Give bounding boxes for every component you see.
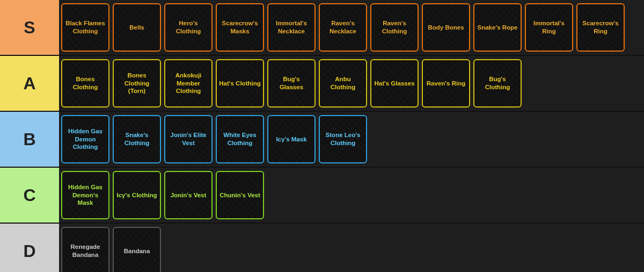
item-card[interactable]: Snake's Clothing bbox=[113, 115, 161, 163]
item-card[interactable]: Renegade Bandana bbox=[61, 227, 109, 272]
tier-items-d: Renegade BandanaBandana bbox=[59, 224, 644, 272]
item-card[interactable]: Hat's Glasses bbox=[370, 59, 419, 108]
item-card[interactable]: Bug's Glasses bbox=[267, 59, 316, 108]
item-card[interactable]: Stone Leo's Clothing bbox=[319, 115, 367, 163]
tier-row-d: DRenegade BandanaBandana bbox=[0, 224, 644, 272]
item-card[interactable]: Hidden Gas Demon Clothing bbox=[61, 115, 109, 163]
tier-row-s: SBlack Flames ClothingBellsHero's Clothi… bbox=[0, 0, 644, 56]
item-card[interactable]: Ankokuji Member Clothing bbox=[164, 59, 213, 108]
item-card[interactable]: Icy's Mask bbox=[267, 115, 316, 163]
tier-items-c: Hidden Gas Demon's MaskIcy's ClothingJon… bbox=[59, 168, 644, 223]
item-card[interactable]: Hero's Clothing bbox=[164, 3, 213, 52]
tier-label-s: S bbox=[0, 0, 59, 55]
item-card[interactable]: Scarecrow's Ring bbox=[576, 3, 625, 52]
item-card[interactable]: Jonin's Vest bbox=[164, 171, 213, 219]
item-card[interactable]: Anbu Clothing bbox=[319, 59, 367, 108]
item-card[interactable]: Body Bones bbox=[422, 3, 470, 52]
tier-items-b: Hidden Gas Demon ClothingSnake's Clothin… bbox=[59, 112, 644, 167]
tier-label-c: C bbox=[0, 168, 59, 223]
tier-row-c: CHidden Gas Demon's MaskIcy's ClothingJo… bbox=[0, 168, 644, 224]
item-card[interactable]: White Eyes Clothing bbox=[216, 115, 264, 163]
item-card[interactable]: Immortal's Necklace bbox=[267, 3, 316, 52]
item-card[interactable]: Hidden Gas Demon's Mask bbox=[61, 171, 109, 219]
item-card[interactable]: Black Flames Clothing bbox=[61, 3, 109, 52]
item-card[interactable]: Bandana bbox=[113, 227, 161, 272]
tier-list: SBlack Flames ClothingBellsHero's Clothi… bbox=[0, 0, 644, 272]
item-card[interactable]: Raven's Ring bbox=[422, 59, 470, 108]
item-card[interactable]: Immortal's Ring bbox=[525, 3, 573, 52]
item-card[interactable]: Hat's Clothing bbox=[216, 59, 264, 108]
item-card[interactable]: Raven's Clothing bbox=[370, 3, 419, 52]
tier-label-b: B bbox=[0, 112, 59, 167]
item-card[interactable]: Bug's Clothing bbox=[473, 59, 522, 108]
tier-items-s: Black Flames ClothingBellsHero's Clothin… bbox=[59, 0, 644, 55]
tier-row-a: ABones ClothingBones Clothing (Torn)Anko… bbox=[0, 56, 644, 112]
item-card[interactable]: Bells bbox=[113, 3, 161, 52]
item-card[interactable]: Bones Clothing bbox=[61, 59, 109, 108]
item-card[interactable]: Bones Clothing (Torn) bbox=[113, 59, 161, 108]
item-card[interactable]: Raven's Necklace bbox=[319, 3, 367, 52]
tier-row-b: BHidden Gas Demon ClothingSnake's Clothi… bbox=[0, 112, 644, 168]
item-card[interactable]: Snake's Rope bbox=[473, 3, 522, 52]
item-card[interactable]: Scarecrow's Masks bbox=[216, 3, 264, 52]
tier-label-a: A bbox=[0, 56, 59, 111]
tier-items-a: Bones ClothingBones Clothing (Torn)Ankok… bbox=[59, 56, 644, 111]
tier-label-d: D bbox=[0, 224, 59, 272]
item-card[interactable]: Chunin's Vest bbox=[216, 171, 264, 219]
item-card[interactable]: Jonin's Elite Vest bbox=[164, 115, 213, 163]
item-card[interactable]: Icy's Clothing bbox=[113, 171, 161, 219]
